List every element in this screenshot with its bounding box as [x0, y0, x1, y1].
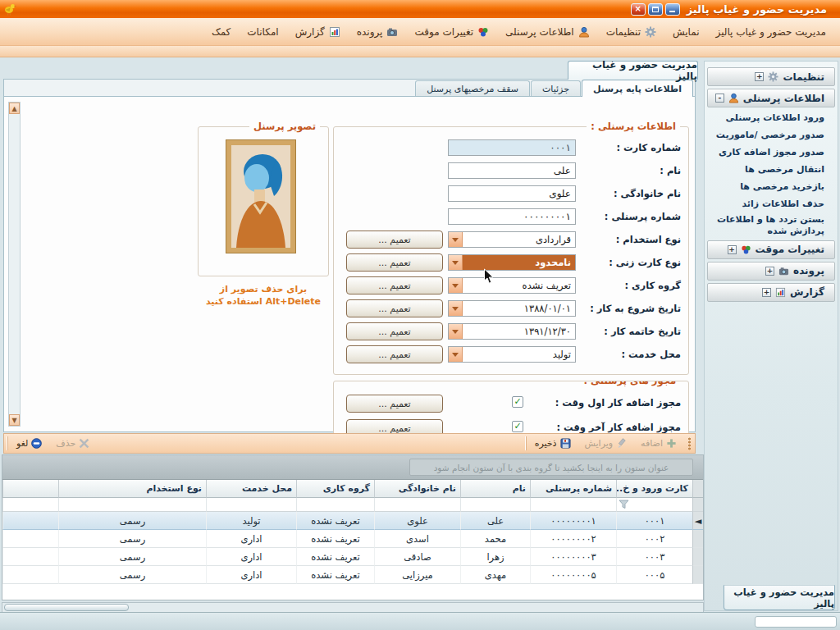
personnel-photo[interactable]	[226, 140, 295, 253]
column-header-location[interactable]: محل خدمت	[206, 480, 296, 498]
menu-item-view[interactable]: نمایش	[665, 23, 707, 41]
column-header-personnel-number[interactable]: شماره پرسنلی	[530, 480, 616, 498]
column-header-employment[interactable]: نوع استخدام	[58, 480, 206, 498]
employment-type-combo[interactable]: قراردادی	[448, 231, 576, 248]
work-group-combo[interactable]: تعریف نشده	[448, 277, 576, 294]
sidebar-section-personnel[interactable]: اطلاعات پرسنلی -	[707, 89, 835, 107]
sidebar-item-close-processed-records[interactable]: بستن تردد ها و اطلاعات پردازش شده	[706, 213, 836, 239]
expand-icon[interactable]: +	[765, 267, 774, 276]
minimize-icon	[669, 11, 675, 12]
menu-item-settings[interactable]: تنظیمات	[599, 23, 664, 41]
last-name-input[interactable]: علوی	[448, 185, 576, 202]
sidebar-item-issue-leave-mission[interactable]: صدور مرخصی /ماموریت	[706, 127, 836, 144]
grid-row[interactable]: ۰۰۰۵ ۰۰۰۰۰۰۰۰۵ مهدی میرزایی تعریف نشده ا…	[2, 566, 703, 584]
minimize-button[interactable]	[665, 3, 680, 16]
filter-cell[interactable]	[296, 498, 374, 512]
column-header-card[interactable]: کارت ورود و خ...▲	[616, 480, 692, 498]
filter-cell[interactable]	[58, 498, 206, 512]
generalize-button[interactable]: تعمیم ...	[346, 299, 443, 317]
chevron-down-icon[interactable]	[449, 278, 463, 293]
late-overtime-checkbox[interactable]: ✓	[512, 421, 523, 432]
filter-cell[interactable]	[206, 498, 296, 512]
sidebar-item-issue-overtime-permit[interactable]: صدور مجوز اضافه کاری	[706, 144, 836, 162]
cancel-button[interactable]: لغو	[11, 436, 48, 450]
tab-basic-personnel-info[interactable]: اطلاعات پایه پرسنل	[582, 80, 693, 97]
close-button[interactable]: ×	[631, 3, 646, 16]
expand-icon[interactable]: +	[755, 72, 764, 81]
service-location-combo[interactable]: تولید	[448, 346, 576, 363]
filter-cell[interactable]	[374, 498, 460, 512]
generalize-button[interactable]: تعمیم ...	[346, 322, 443, 340]
sidebar-section-temporary-changes[interactable]: تغییرات موقت +	[707, 240, 835, 259]
generalize-button[interactable]: تعمیم ...	[346, 231, 443, 249]
permit-row: مجوز اضافه کار اول وقت : ✓ تعمیم ...	[341, 393, 681, 418]
grid-row[interactable]: ۰۰۰۲ ۰۰۰۰۰۰۰۰۲ محمد اسدی تعریف نشده ادار…	[2, 530, 703, 548]
sidebar-section-file[interactable]: پرونده +	[707, 262, 835, 281]
maximize-button[interactable]	[648, 3, 663, 16]
toolbar-grip-handle[interactable]	[687, 437, 692, 450]
start-date-combo[interactable]: ۱۳۸۸/۰۱/۰۱	[448, 300, 576, 317]
save-button[interactable]: ذخیره	[529, 436, 577, 450]
menu-item-tools[interactable]: امکانات	[240, 23, 285, 41]
group-by-hint-box[interactable]: عنوان ستون را به اینجا بکشید تا گروه بند…	[409, 459, 693, 476]
filter-cell[interactable]	[616, 498, 692, 512]
bottom-document-tab[interactable]: مدیریت حضور و غیاب پالیز	[724, 585, 835, 610]
tab-details[interactable]: جزئیات	[531, 80, 581, 96]
personnel-number-input[interactable]: ۰۰۰۰۰۰۰۰۱	[448, 208, 576, 225]
funnel-icon	[619, 500, 629, 509]
menu-item-report[interactable]: گزارش	[288, 23, 348, 41]
title-bar[interactable]: مدیریت حضور و غیاب پالیز ×	[0, 0, 840, 18]
chevron-down-icon[interactable]	[449, 324, 463, 339]
form-vertical-scrollbar[interactable]: ▲ ▼	[8, 102, 21, 427]
grid-row-selected[interactable]: ◄ ۰۰۰۱ ۰۰۰۰۰۰۰۰۱ علی علوی تعریف نشده تول…	[2, 512, 703, 530]
column-header-name[interactable]: نام	[460, 480, 530, 498]
generalize-button[interactable]: تعمیم ...	[346, 345, 443, 363]
chevron-down-icon[interactable]	[449, 301, 463, 316]
form-row: شماره کارت : ۰۰۰۱	[341, 137, 681, 160]
status-bar	[0, 612, 840, 630]
menu-item-help[interactable]: کمک	[204, 23, 238, 41]
end-date-combo[interactable]: ۱۳۹۱/۱۲/۳۰	[448, 323, 576, 340]
expand-icon[interactable]: +	[762, 288, 771, 297]
early-overtime-checkbox[interactable]: ✓	[512, 396, 523, 408]
row-marker-icon[interactable]: ◄	[692, 512, 703, 530]
add-button[interactable]: اضافه	[635, 436, 682, 450]
first-name-input[interactable]: علی	[448, 162, 576, 179]
personnel-grid: عنوان ستون را به اینجا بکشید تا گروه بند…	[2, 454, 704, 600]
menu-item-personnel-info[interactable]: اطلاعات پرسنلی	[498, 23, 597, 41]
sidebar-section-report[interactable]: گزارش +	[707, 283, 835, 302]
grid-group-by-bar[interactable]: عنوان ستون را به اینجا بکشید تا گروه بند…	[2, 455, 703, 480]
expand-icon[interactable]: +	[728, 245, 737, 254]
sidebar-item-delete-extra-data[interactable]: حذف اطلاعات زائد	[706, 196, 836, 213]
card-punch-type-combo[interactable]: نامحدود	[448, 254, 576, 271]
sidebar-item-enter-personnel-info[interactable]: ورود اطلاعات پرسنلی	[706, 110, 836, 127]
menu-item-app[interactable]: مدیریت حضور و غیاب پالیز	[709, 23, 833, 41]
filter-cell[interactable]	[460, 498, 530, 512]
edit-button[interactable]: ویرایش	[579, 436, 633, 450]
grid-row[interactable]: ۰۰۰۳ ۰۰۰۰۰۰۰۰۳ زهرا صادقی تعریف نشده ادا…	[2, 548, 703, 566]
scroll-up-icon[interactable]: ▲	[9, 103, 20, 114]
column-header-workgroup[interactable]: گروه کاری	[296, 480, 374, 498]
page-tab-strip: اطلاعات پایه پرسنل جزئیات سقف مرخصیهای پ…	[4, 80, 695, 97]
record-edit-toolbar: اضافه ویرایش ذخیره حذف لغو	[3, 433, 696, 454]
chevron-down-icon[interactable]	[449, 232, 463, 247]
generalize-button[interactable]: تعمیم ...	[346, 276, 443, 294]
scrollbar-thumb[interactable]	[4, 604, 129, 611]
collapse-icon[interactable]: -	[715, 94, 724, 103]
sidebar-item-buyback-leaves[interactable]: بازخرید مرخصی ها	[706, 179, 836, 196]
column-header-family[interactable]: نام خانوادگی	[374, 480, 460, 498]
document-tab[interactable]: مدیریت حضور و غیاب پالیز	[568, 61, 698, 80]
generalize-button[interactable]: تعمیم ...	[346, 253, 443, 272]
menu-item-temporary-changes[interactable]: تغییرات موقت	[407, 23, 496, 41]
chevron-down-icon[interactable]	[449, 347, 463, 362]
scroll-down-icon[interactable]: ▼	[9, 414, 20, 426]
sidebar-item-transfer-leaves[interactable]: انتقال مرخصی ها	[706, 162, 836, 179]
menu-item-file[interactable]: پرونده	[349, 23, 406, 41]
delete-button[interactable]: حذف	[50, 436, 95, 450]
chevron-down-icon[interactable]	[449, 255, 463, 270]
sidebar-section-settings[interactable]: تنظیمات +	[707, 67, 835, 86]
generalize-button[interactable]: تعمیم ...	[346, 395, 443, 413]
filter-cell[interactable]	[530, 498, 616, 512]
tab-leave-ceiling[interactable]: سقف مرخصیهای پرسنل	[415, 80, 530, 96]
toolbar-dock-strip	[0, 46, 840, 57]
